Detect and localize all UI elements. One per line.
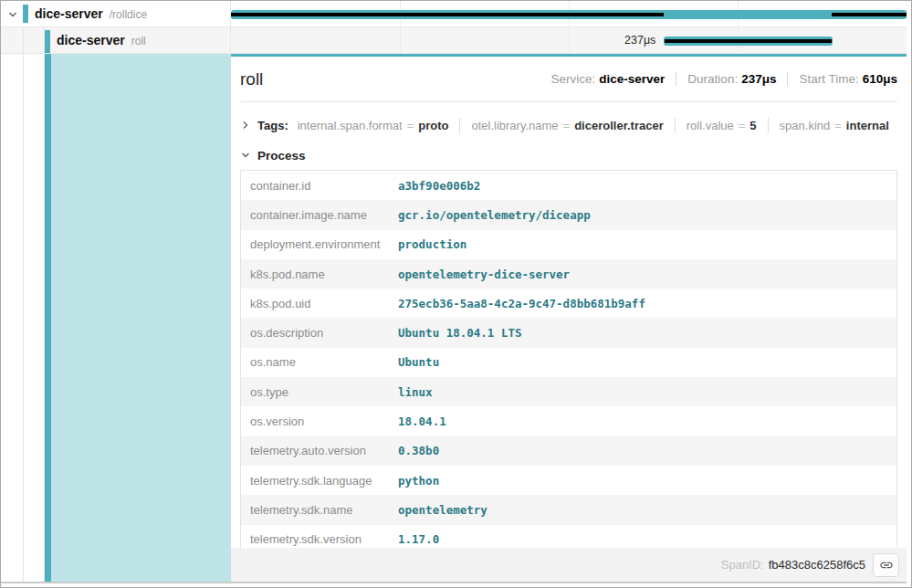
process-key: deployment.environment	[241, 237, 398, 251]
process-value: a3bf90e006b2	[398, 179, 896, 193]
process-value: 0.38b0	[398, 444, 896, 457]
start-time-value: 610μs	[863, 72, 897, 86]
tag-summary-item: span.kind = internal	[780, 119, 889, 132]
span-duration-bar[interactable]	[231, 10, 907, 19]
critical-path-segment	[665, 39, 832, 43]
table-row: deployment.environmentproduction	[241, 230, 896, 259]
tag-value: 5	[750, 119, 756, 132]
service-name: dice-server/rolldice	[35, 6, 147, 21]
process-value: python	[398, 474, 896, 488]
spanid-label: SpanID:	[721, 558, 764, 572]
tag-summary-item: roll.value = 5	[687, 119, 757, 132]
tag-key: span.kind	[780, 119, 831, 132]
table-row: telemetry.auto.version0.38b0	[241, 436, 896, 466]
timeline-gridline	[400, 27, 401, 53]
chevron-down-icon[interactable]	[240, 150, 251, 161]
duration-label: Duration:	[687, 72, 738, 86]
critical-path-segment	[231, 13, 664, 16]
chevron-right-icon[interactable]	[240, 120, 251, 131]
process-value: linux	[398, 385, 896, 399]
process-key: telemetry.auto.version	[241, 444, 398, 457]
span-detail-panel: roll Service: dice-server Duration: 237μ…	[231, 54, 907, 582]
table-row: container.ida3bf90e006b2	[241, 171, 896, 200]
tag-value: diceroller.tracer	[574, 119, 664, 132]
span-row-rolldice[interactable]: dice-server/rolldice	[1, 1, 907, 27]
table-row: container.image.namegcr.io/opentelemetry…	[241, 200, 896, 229]
table-row: os.version18.04.1	[241, 406, 896, 436]
process-key: k8s.pod.name	[241, 268, 398, 281]
tags-accordion[interactable]: Tags: internal.span.format = proto otel.…	[240, 115, 897, 135]
indent-guide	[1, 54, 24, 582]
process-key: os.type	[241, 385, 398, 399]
service-label: Service:	[551, 72, 596, 86]
link-icon	[879, 558, 894, 572]
process-key: k8s.pod.uid	[241, 297, 398, 310]
equals-sign: =	[834, 119, 842, 132]
tags-label: Tags:	[257, 119, 288, 132]
span-duration-bar[interactable]	[664, 37, 833, 46]
process-key: container.image.name	[241, 208, 398, 222]
divider	[768, 118, 769, 133]
tag-summary-item: otel.library.name = diceroller.tracer	[471, 119, 663, 132]
span-row-roll[interactable]: dice-serverroll 237μs	[1, 27, 907, 54]
span-name-column[interactable]: dice-serverroll	[1, 27, 231, 53]
process-accordion[interactable]: Process	[240, 146, 897, 164]
table-row: k8s.pod.uid275ecb36-5aa8-4c2a-9c47-d8bb6…	[241, 289, 896, 318]
span-name-column[interactable]: dice-server/rolldice	[1, 1, 231, 26]
span-meta: Service: dice-server Duration: 237μs Sta…	[551, 72, 897, 86]
selected-span-accent-stripe	[45, 54, 51, 582]
timeline-column	[231, 1, 907, 26]
service-color-block	[45, 30, 50, 53]
service-color-block	[23, 5, 28, 23]
process-key: os.description	[241, 326, 398, 340]
process-value: 18.04.1	[398, 415, 896, 428]
table-row: os.descriptionUbuntu 18.04.1 LTS	[241, 318, 896, 347]
table-row: os.typelinux	[241, 377, 896, 406]
process-key: os.name	[241, 355, 398, 369]
tag-key: roll.value	[687, 119, 734, 132]
span-detail-row: roll Service: dice-server Duration: 237μ…	[1, 54, 907, 583]
process-value: Ubuntu	[398, 355, 896, 369]
process-label: Process	[257, 149, 306, 163]
span-duration-label: 237μs	[624, 34, 655, 47]
equals-sign: =	[739, 119, 746, 132]
process-value: opentelemetry-dice-server	[398, 268, 896, 281]
indent-guide	[24, 54, 45, 582]
indent-guide	[1, 27, 24, 53]
trace-timeline-view: dice-server/rolldice dice-serverroll 237…	[0, 0, 912, 588]
process-value: 1.17.0	[398, 532, 896, 546]
process-key: telemetry.sdk.name	[241, 503, 398, 517]
timeline-column: 237μs	[231, 27, 907, 53]
divider	[676, 72, 676, 86]
process-value: Ubuntu 18.04.1 LTS	[398, 326, 896, 340]
divider	[787, 72, 788, 86]
equals-sign: =	[563, 119, 571, 132]
process-key: os.version	[241, 415, 398, 428]
table-row: k8s.pod.nameopentelemetry-dice-server	[241, 259, 896, 289]
indent-guide	[24, 27, 45, 53]
chevron-down-icon[interactable]	[6, 8, 19, 21]
process-value: 275ecb36-5aa8-4c2a-9c47-d8bb681b9aff	[398, 297, 896, 310]
table-row: telemetry.sdk.nameopentelemetry	[241, 495, 896, 524]
operation-name: /rolldice	[110, 8, 147, 21]
copy-span-link-button[interactable]	[873, 553, 899, 577]
tag-key: otel.library.name	[471, 119, 558, 132]
process-key-value-table: container.ida3bf90e006b2 container.image…	[240, 170, 897, 555]
operation-name: roll	[131, 35, 146, 47]
span-detail-header[interactable]: roll Service: dice-server Duration: 237μ…	[240, 57, 897, 102]
start-time-label: Start Time:	[799, 72, 858, 86]
timeline-gridline	[569, 27, 570, 53]
tag-summary-item: internal.span.format = proto	[298, 119, 449, 132]
table-row: os.nameUbuntu	[241, 348, 896, 377]
service-value: dice-server	[599, 72, 665, 86]
service-name: dice-serverroll	[57, 33, 146, 47]
span-detail-footer: SpanID: fb483c8c6258f6c5	[231, 548, 907, 582]
process-value: gcr.io/opentelemetry/diceapp	[398, 208, 896, 222]
duration-value: 237μs	[741, 72, 776, 86]
process-key: telemetry.sdk.version	[241, 532, 398, 546]
equals-sign: =	[407, 119, 414, 132]
spanid-value: fb483c8c6258f6c5	[769, 558, 865, 572]
table-row: telemetry.sdk.languagepython	[241, 466, 896, 495]
span-operation-title: roll	[240, 69, 263, 89]
process-value: opentelemetry	[398, 503, 896, 517]
